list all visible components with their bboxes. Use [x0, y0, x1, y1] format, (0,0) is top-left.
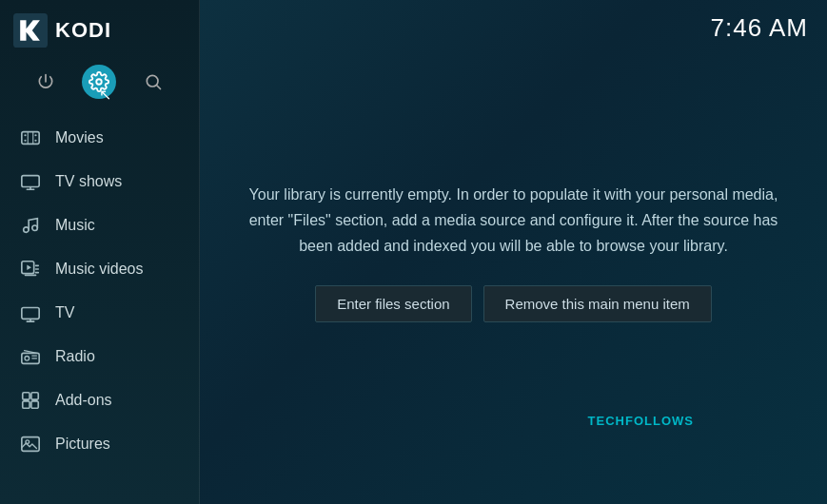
add-ons-label: Add-ons [55, 392, 112, 409]
music-videos-icon [19, 258, 42, 281]
time-display: 7:46 AM [711, 13, 808, 43]
library-message: Your library is currently empty. In orde… [238, 182, 790, 260]
sidebar: KODI ↖ [0, 0, 200, 504]
nav-items: Movies TV shows Music [0, 112, 199, 504]
power-icon [36, 72, 55, 91]
svg-rect-19 [22, 308, 39, 320]
tv-shows-icon [19, 170, 42, 193]
search-icon [144, 72, 163, 91]
sidebar-item-add-ons[interactable]: Add-ons [0, 378, 199, 422]
svg-point-23 [25, 357, 30, 361]
music-icon [19, 214, 42, 237]
kodi-logo: KODI [13, 13, 111, 48]
tv-icon [19, 301, 42, 324]
svg-point-5 [24, 134, 26, 136]
gear-icon [89, 71, 109, 92]
svg-rect-28 [31, 393, 38, 399]
music-label: Music [55, 217, 95, 234]
logo-bar: KODI [0, 0, 199, 57]
remove-menu-item-button[interactable]: Remove this main menu item [483, 285, 712, 322]
button-row: Enter files section Remove this main men… [238, 285, 790, 322]
svg-rect-11 [22, 176, 39, 187]
add-ons-icon [19, 389, 42, 412]
icon-button-row: ↖ [0, 57, 199, 112]
svg-rect-29 [23, 401, 30, 408]
sidebar-item-movies[interactable]: Movies [0, 116, 199, 160]
sidebar-item-radio[interactable]: Radio [0, 335, 199, 378]
main-content: Your library is currently empty. In orde… [200, 0, 827, 504]
kodi-icon [13, 13, 48, 48]
pictures-label: Pictures [55, 436, 110, 453]
watermark: TECHFOLLOWS [588, 414, 694, 428]
sidebar-item-music[interactable]: Music [0, 204, 199, 247]
sidebar-item-tv-shows[interactable]: TV shows [0, 160, 199, 204]
sidebar-item-pictures[interactable]: Pictures [0, 422, 199, 466]
svg-marker-17 [27, 264, 31, 270]
tv-label: TV [55, 304, 74, 321]
music-videos-label: Music videos [55, 261, 143, 278]
movies-icon [19, 126, 42, 149]
svg-rect-4 [22, 132, 39, 145]
svg-point-2 [97, 79, 103, 85]
power-button[interactable] [29, 65, 63, 99]
movies-label: Movies [55, 129, 104, 146]
sidebar-item-music-videos[interactable]: Music videos [0, 247, 199, 291]
enter-files-button[interactable]: Enter files section [315, 285, 471, 322]
svg-point-8 [34, 140, 36, 142]
svg-rect-30 [31, 401, 38, 408]
radio-icon [19, 345, 42, 368]
svg-point-7 [34, 134, 36, 136]
tv-shows-label: TV shows [55, 173, 122, 190]
svg-rect-27 [23, 393, 30, 399]
sidebar-item-tv[interactable]: TV [0, 291, 199, 335]
svg-point-6 [24, 140, 26, 142]
search-button[interactable] [136, 65, 170, 99]
radio-label: Radio [55, 348, 95, 365]
kodi-label: KODI [55, 18, 111, 43]
pictures-icon [19, 433, 42, 456]
content-box: Your library is currently empty. In orde… [219, 163, 809, 342]
settings-button[interactable]: ↖ [82, 65, 116, 99]
